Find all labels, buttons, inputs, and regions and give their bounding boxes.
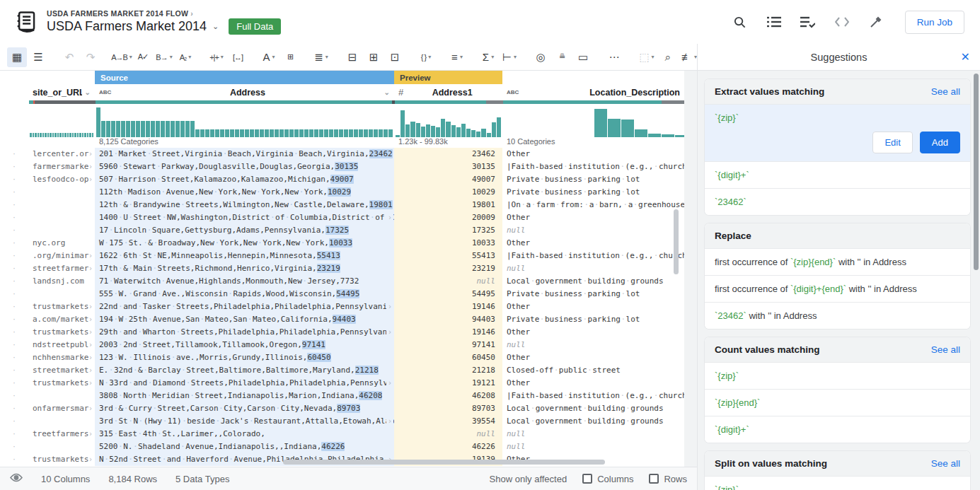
cell-location-description[interactable]: Private·business·parking·lot (502, 173, 684, 186)
row-marker[interactable]: · (0, 301, 28, 313)
suggestion-item[interactable]: first occurrence of `{digit}+{end}` with… (705, 275, 970, 302)
column-histogram[interactable] (0, 105, 28, 137)
cell-location-description[interactable]: Other (502, 211, 684, 224)
cell-location-description[interactable]: Other (502, 301, 684, 313)
cell-location-description[interactable]: Local·government·building·grounds (502, 402, 684, 415)
row-marker[interactable]: · (0, 148, 28, 161)
row-marker[interactable]: · (0, 211, 28, 224)
cell-address[interactable]: 3rd·St·N·(Hwy·11)·beside·Jack's·Restaura… (95, 415, 394, 428)
cell-location-description[interactable]: Local·government·building·grounds (502, 415, 684, 428)
cell-site-or-url[interactable] (28, 224, 95, 237)
cell-site-or-url[interactable]: trustmarkets› (28, 453, 95, 466)
cell-address[interactable]: 29th·and·Wharton·Streets,Philadelphia,Ph… (95, 326, 394, 339)
cell-address[interactable]: N·33rd·and·Diamond·Streets,Philadelphia,… (95, 377, 394, 390)
nest-icon[interactable]: ≣▾ (311, 47, 331, 67)
row-marker[interactable]: · (0, 428, 28, 441)
cell-address1[interactable]: 21218 (394, 364, 502, 377)
cell-site-or-url[interactable]: a.com/market› (28, 313, 95, 326)
row-marker[interactable]: · (0, 313, 28, 326)
cell-address[interactable]: 194·W·25th·Avenue,San·Mateo,San·Mateo,Ca… (95, 313, 394, 326)
cell-site-or-url[interactable]: nchhensmarke› (28, 351, 95, 364)
cell-address1[interactable]: 19146 (394, 301, 502, 313)
cell-site-or-url[interactable] (28, 415, 95, 428)
column-histogram[interactable] (28, 105, 95, 137)
recipe-list-icon[interactable] (766, 14, 782, 30)
horizontal-scrollbar[interactable] (283, 460, 605, 465)
cell-address1[interactable]: 19146 (394, 326, 502, 339)
cell-site-or-url[interactable] (28, 441, 95, 453)
cell-location-description[interactable]: null (502, 262, 684, 275)
close-icon[interactable]: ✕ (961, 50, 970, 64)
cell-address[interactable]: 555·W.·Grand·Ave.,Wisconsin·Rapids,Wood,… (95, 288, 394, 301)
suggestion-item[interactable]: `{digit}+` (705, 416, 970, 443)
extract-icon[interactable]: ⊞ (280, 47, 300, 67)
cell-site-or-url[interactable]: streetmarket› (28, 364, 95, 377)
edit-button[interactable]: Edit (872, 132, 912, 153)
suggestion-item[interactable]: `{zip}` (705, 476, 970, 490)
quality-segments[interactable] (503, 100, 684, 104)
cell-site-or-url[interactable] (28, 288, 95, 301)
cell-address1[interactable]: 89703 (394, 402, 502, 415)
move-column-icon[interactable]: B→▾ (154, 47, 174, 67)
column-type-icon[interactable]: # (398, 87, 403, 98)
profile-icon[interactable]: ⌕ (658, 47, 678, 67)
column-histogram[interactable] (95, 105, 394, 137)
column-menu-icon[interactable]: ⌄ (384, 88, 390, 96)
column-menu-icon[interactable]: ⌄ (85, 88, 91, 96)
add-button[interactable]: Add (920, 132, 960, 153)
cell-site-or-url[interactable]: lercenter.or› (28, 148, 95, 161)
quality-segments[interactable] (96, 100, 395, 104)
cell-address1[interactable]: 94403 (394, 313, 502, 326)
row-marker[interactable]: · (0, 199, 28, 211)
cell-address1[interactable]: 19801 (394, 199, 502, 211)
cell-address1[interactable]: 46226 (394, 441, 502, 453)
cell-address1[interactable]: 55413 (394, 250, 502, 262)
row-marker[interactable]: · (0, 390, 28, 402)
cell-site-or-url[interactable] (28, 186, 95, 199)
cell-address[interactable]: 1400·U·Street·NW,Washington,District·of·… (95, 211, 394, 224)
cell-location-description[interactable]: null (502, 428, 684, 441)
steps-check-icon[interactable] (800, 14, 816, 30)
cell-address1[interactable]: null (394, 275, 502, 288)
cell-site-or-url[interactable]: trustmarkets› (28, 326, 95, 339)
row-marker[interactable]: · (0, 250, 28, 262)
cell-site-or-url[interactable]: trustmarkets› (28, 377, 95, 390)
row-marker[interactable]: · (0, 186, 28, 199)
see-all-link[interactable]: See all (931, 86, 960, 97)
cell-site-or-url[interactable]: streetfarmer› (28, 262, 95, 275)
cell-site-or-url[interactable] (28, 211, 95, 224)
cell-address1[interactable]: 23219 (394, 262, 502, 275)
cell-site-or-url[interactable]: trustmarkets› (28, 301, 95, 313)
eye-icon[interactable] (10, 473, 23, 484)
cell-site-or-url[interactable]: lesfoodco-op› (28, 173, 95, 186)
cell-site-or-url[interactable]: farmersmarke› (28, 161, 95, 173)
cell-location-description[interactable]: Other (502, 148, 684, 161)
row-marker[interactable]: · (0, 275, 28, 288)
breadcrumb[interactable]: USDA FARMERS MARKET 2014 FLOW› (47, 9, 281, 18)
aggregate-icon[interactable]: Σ▾ (478, 47, 498, 67)
wand-icon[interactable] (868, 14, 884, 30)
cell-address1[interactable]: 10033 (394, 237, 502, 250)
checkbox-icon[interactable] (649, 474, 659, 484)
cell-address[interactable]: 112th·Madison·Avenue,New·York,New·York,N… (95, 186, 394, 199)
cell-address1[interactable]: 60450 (394, 351, 502, 364)
grid-view-icon[interactable]: ▦ (7, 47, 27, 67)
select-icon[interactable]: ⬚▾ (637, 47, 657, 67)
transpose-icon[interactable]: ⊡ (385, 47, 405, 67)
list-view-icon[interactable]: ☰ (28, 47, 48, 67)
cell-address1[interactable]: 39554 (394, 415, 502, 428)
cell-address[interactable]: 22nd·and·Tasker·Streets,Philadelphia,Phi… (95, 301, 394, 313)
column-histogram[interactable] (502, 105, 684, 137)
quality-segments[interactable] (29, 100, 96, 104)
cell-location-description[interactable]: |On·a·farm·from:·a·barn,·a·greenhouse, (502, 199, 684, 211)
cell-address[interactable]: E.·32nd·&·Barclay·Street,Baltimore,Balti… (95, 364, 394, 377)
row-marker[interactable]: · (0, 326, 28, 339)
row-marker[interactable]: · (0, 351, 28, 364)
cell-location-description[interactable]: Other (502, 351, 684, 364)
cell-location-description[interactable]: |Faith-based·institution·(e.g.,·church (502, 250, 684, 262)
cell-address1[interactable]: 54495 (394, 288, 502, 301)
rows-checkbox[interactable]: Rows (649, 474, 687, 484)
cell-site-or-url[interactable] (28, 390, 95, 402)
cell-address1[interactable]: 19121 (394, 377, 502, 390)
suggestion-item[interactable]: `{zip}{end}` (705, 389, 970, 416)
